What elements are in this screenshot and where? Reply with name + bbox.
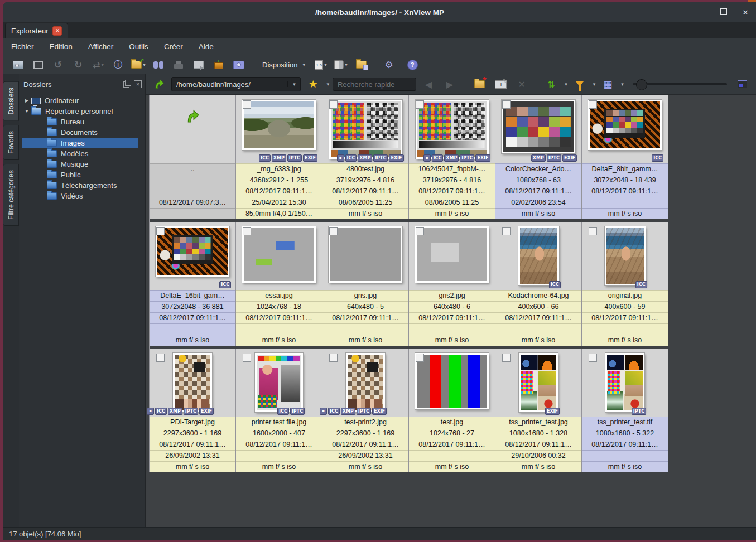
file-cell[interactable]: .. 08/12/2017 09:07:3…	[150, 95, 236, 219]
path-dropdown-icon[interactable]: ▾	[287, 81, 300, 87]
disposition-button[interactable]: Disposition ▾	[258, 57, 310, 72]
file-thumbnail[interactable]	[605, 353, 644, 412]
sort-dropdown-icon[interactable]: ▾	[565, 81, 567, 87]
rotate-left-button[interactable]: ↺	[49, 57, 67, 72]
undock-icon[interactable]	[123, 81, 129, 88]
pane-layout-button[interactable]	[734, 77, 752, 91]
file-thumbnail[interactable]	[519, 353, 558, 412]
file-cell[interactable]: IPTC tss_printer_test.tif 1080x1680 - 5 …	[582, 349, 668, 472]
file-cell[interactable]: XMPIPTCEXIF ColorChecker_Ado… 1080x768 -…	[495, 95, 582, 219]
favorites-button[interactable]: ★	[304, 77, 322, 91]
new-folder-button[interactable]	[470, 77, 488, 91]
sort-doc-dropdown-icon[interactable]: ▾	[324, 62, 327, 67]
tree-item-téléchargements[interactable]: Téléchargements	[22, 180, 138, 191]
file-cell[interactable]: ICC Kodachrome-64.jpg 400x600 - 66 08/12…	[495, 222, 582, 346]
file-thumbnail[interactable]	[242, 100, 316, 150]
expander-collapsed-icon[interactable]: ▶	[22, 98, 31, 103]
rotate-right-button[interactable]: ↻	[69, 57, 87, 72]
menu-créer[interactable]: Créer	[164, 42, 183, 51]
tree-item-vidéos[interactable]: Vidéos	[22, 191, 138, 201]
file-checkbox[interactable]	[502, 100, 511, 109]
tree-item-documents[interactable]: Documents	[22, 127, 138, 138]
help-button[interactable]: ?	[403, 57, 421, 72]
info-button[interactable]: ⓘ	[109, 57, 127, 72]
fullscreen-button[interactable]	[29, 57, 47, 72]
file-cell[interactable]: ▪ICCXMPIPTCEXIF PDI-Target.jpg 2297x3600…	[150, 349, 236, 472]
file-thumbnail[interactable]	[605, 226, 646, 285]
convert-dropdown-icon[interactable]: ▾	[101, 62, 104, 67]
slideshow-button[interactable]	[190, 57, 208, 72]
menu-aide[interactable]: Aide	[199, 42, 214, 51]
tree-item-répertoire-personnel[interactable]: ▼Répertoire personnel	[22, 106, 138, 117]
side-tab-filtre-catégories[interactable]: Filtre catégories	[3, 164, 19, 226]
file-thumbnail[interactable]	[502, 100, 575, 153]
file-checkbox[interactable]	[589, 227, 597, 235]
maximize-button[interactable]	[716, 8, 730, 17]
filter-dropdown-icon[interactable]: ▾	[593, 81, 596, 87]
tree-item-public[interactable]: Public	[22, 170, 138, 180]
view-mode-dropdown-icon[interactable]: ▾	[621, 81, 624, 87]
file-cell[interactable]: ICC DeltaE_8bit_gamm… 3072x2048 - 18 439…	[582, 95, 668, 219]
file-cell[interactable]: EXIF tss_printer_test.jpg 1080x1680 - 1 …	[495, 349, 582, 472]
minimize-button[interactable]: –	[694, 8, 708, 17]
tab-close-icon[interactable]: ✕	[52, 26, 62, 36]
thumbnail-size-slider[interactable]	[633, 78, 727, 91]
side-tab-dossiers[interactable]: Dossiers	[3, 81, 19, 121]
quick-search-input[interactable]	[333, 78, 416, 91]
file-cell[interactable]: ICCXMPIPTCEXIF _mg_6383.jpg 4368x2912 - …	[236, 95, 322, 219]
tree-item-images[interactable]: Images	[22, 138, 138, 148]
file-thumbnail[interactable]	[242, 226, 316, 283]
file-checkbox[interactable]	[502, 227, 511, 235]
slider-knob[interactable]	[636, 79, 647, 90]
tab-explorateur[interactable]: Explorateur ✕	[5, 23, 68, 38]
file-thumbnail[interactable]	[416, 100, 489, 159]
convert-button[interactable]: ⇄▾	[89, 57, 107, 72]
file-cell[interactable]: gris.jpg 640x480 - 5 08/12/2017 09:11:1……	[322, 222, 409, 346]
file-checkbox[interactable]	[243, 354, 251, 362]
panel-close-icon[interactable]: ✕	[134, 80, 142, 88]
sort-button[interactable]: ⇅	[542, 77, 560, 91]
file-checkbox[interactable]	[156, 227, 165, 235]
file-thumbnail[interactable]	[156, 226, 229, 277]
file-checkbox[interactable]	[329, 100, 338, 109]
file-checkbox[interactable]	[416, 100, 424, 109]
menu-fichier[interactable]: Fichier	[11, 42, 34, 51]
file-thumbnail[interactable]	[415, 226, 489, 283]
file-thumbnail[interactable]	[179, 100, 206, 133]
capture-button[interactable]	[230, 57, 248, 72]
side-tab-favoris[interactable]: Favoris	[3, 125, 19, 160]
sort-doc-button[interactable]: 1·5▾	[312, 57, 330, 72]
picture-button[interactable]	[9, 57, 27, 72]
view-mode-button[interactable]: ▦	[599, 77, 617, 91]
file-checkbox[interactable]	[243, 100, 251, 109]
batch-button[interactable]	[210, 57, 228, 72]
file-cell[interactable]: test.jpg 1024x768 - 27 08/12/2017 09:11:…	[409, 349, 495, 472]
file-cell[interactable]: ICCIPTC printer test file.jpg 1600x2000 …	[236, 349, 322, 472]
printer-button[interactable]	[170, 57, 187, 72]
file-checkbox[interactable]	[589, 354, 597, 362]
file-cell[interactable]: ▪ICCXMPIPTCEXIF test-print2.jpg 2297x360…	[322, 349, 409, 472]
tree-item-musique[interactable]: Musique	[22, 159, 138, 170]
file-checkbox[interactable]	[416, 227, 424, 235]
file-checkbox[interactable]	[156, 354, 165, 362]
tree-item-modèles[interactable]: Modèles	[22, 148, 138, 159]
path-combobox[interactable]: /home/baudinr/Images/ ▾	[171, 77, 301, 91]
favorites-dropdown-icon[interactable]: ▾	[326, 81, 329, 87]
file-checkbox[interactable]	[589, 100, 597, 109]
gear-button[interactable]: ⚙	[380, 57, 398, 72]
go-up-button[interactable]	[150, 77, 168, 91]
file-cell[interactable]: ICC original.jpg 400x600 - 59 08/12/2017…	[582, 222, 668, 346]
back-button[interactable]: ◀	[420, 77, 437, 91]
file-cell[interactable]: ▪ICCXMPIPTCEXIF 4800test.jpg 3719x2976 -…	[322, 95, 409, 219]
close-button[interactable]: ✕	[738, 8, 753, 17]
file-thumbnail[interactable]	[588, 100, 662, 150]
file-cell[interactable]: ICC DeltaE_16bit_gam… 3072x2048 - 36 881…	[150, 222, 236, 346]
book-button[interactable]: ▾	[332, 57, 350, 72]
file-checkbox[interactable]	[329, 354, 338, 362]
file-checkbox[interactable]	[329, 227, 338, 235]
binoculars-button[interactable]	[150, 57, 167, 72]
tree-item-bureau[interactable]: Bureau	[22, 117, 138, 127]
book-dropdown-icon[interactable]: ▾	[345, 62, 348, 67]
file-cell[interactable]: essai.jpg 1024x768 - 18 08/12/2017 09:11…	[236, 222, 322, 346]
file-cell[interactable]: ▪ICCXMPIPTCEXIF 106245047_fhpbM-… 3719x2…	[409, 95, 495, 219]
